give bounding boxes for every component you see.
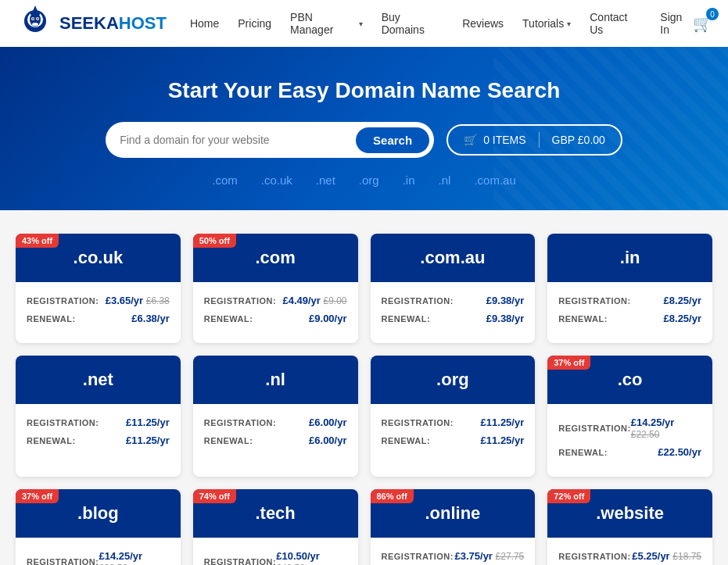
tld-org[interactable]: .org — [359, 173, 379, 187]
reg-old-price: £9.00 — [323, 295, 346, 306]
search-box: Search — [106, 122, 434, 158]
domain-card-nl[interactable]: .nl REGISTRATION: £6.00/yr RENEWAL: £6.0… — [193, 356, 358, 477]
renewal-row: RENEWAL: £8.25/yr — [558, 313, 701, 324]
nav-pricing[interactable]: Pricing — [238, 17, 271, 30]
renewal-label: RENEWAL: — [558, 314, 608, 324]
search-button[interactable]: Search — [356, 127, 429, 153]
domain-card-blog[interactable]: 37% off .blog REGISTRATION: £14.25/yr £2… — [16, 489, 181, 565]
navbar: SEEKAHOST Home Pricing PBN Manager ▾ Buy… — [0, 0, 728, 47]
renewal-row: RENEWAL: £9.00/yr — [204, 313, 347, 324]
nav-right: 🛒 0 — [693, 14, 712, 33]
registration-row: REGISTRATION: £10.50/yr £40.50 — [204, 550, 347, 565]
tld-comau[interactable]: .com.au — [474, 173, 515, 187]
search-row: Search 🛒 0 ITEMS GBP £0.00 — [16, 122, 712, 158]
reg-price: £11.25/yr — [126, 417, 170, 428]
registration-label: REGISTRATION: — [27, 418, 99, 427]
cart-divider — [539, 132, 540, 148]
registration-row: REGISTRATION: £14.25/yr £22.50 — [558, 417, 701, 440]
cart-price-label: GBP £0.00 — [552, 134, 605, 146]
nav-reviews[interactable]: Reviews — [462, 17, 504, 30]
renewal-price: £11.25/yr — [126, 434, 170, 446]
nav-cart[interactable]: 🛒 0 — [693, 14, 712, 33]
nav-home[interactable]: Home — [190, 17, 219, 30]
domain-card-tech[interactable]: 74% off .tech REGISTRATION: £10.50/yr £4… — [193, 489, 358, 565]
domain-card-co.uk[interactable]: 43% off .co.uk REGISTRATION: £3.65/yr £6… — [16, 234, 181, 343]
reg-old-price: £18.75 — [672, 551, 701, 562]
renewal-row: RENEWAL: £9.38/yr — [382, 313, 525, 324]
tutorials-dropdown-icon: ▾ — [567, 20, 571, 28]
reg-price: £10.50/yr £40.50 — [276, 550, 346, 565]
domain-card-com.au[interactable]: .com.au REGISTRATION: £9.38/yr RENEWAL: … — [371, 234, 536, 343]
tld-nl[interactable]: .nl — [439, 173, 451, 187]
reg-price: £3.75/yr £27.75 — [455, 550, 525, 562]
nav-pbn-manager[interactable]: PBN Manager ▾ — [290, 11, 363, 36]
registration-row: REGISTRATION: £3.65/yr £6.38 — [27, 295, 170, 306]
registration-label: REGISTRATION: — [204, 557, 276, 565]
discount-badge: 37% off — [547, 356, 590, 370]
discount-badge: 43% off — [16, 234, 59, 248]
reg-old-price: £27.75 — [496, 551, 525, 562]
registration-label: REGISTRATION: — [558, 552, 630, 561]
registration-label: REGISTRATION: — [27, 557, 99, 565]
tld-in[interactable]: .in — [403, 173, 415, 187]
renewal-price: £9.38/yr — [486, 313, 524, 324]
renewal-row: RENEWAL: £11.25/yr — [27, 434, 170, 446]
card-body: REGISTRATION: £4.49/yr £9.00 RENEWAL: £9… — [193, 282, 358, 343]
registration-row: REGISTRATION: £5.25/yr £18.75 — [558, 550, 701, 562]
card-tld-header: .in — [547, 234, 712, 282]
discount-badge: 50% off — [193, 234, 236, 248]
domain-card-org[interactable]: .org REGISTRATION: £11.25/yr RENEWAL: £1… — [371, 356, 536, 477]
tld-bar: .com .co.uk .net .org .in .nl .com.au — [16, 173, 712, 187]
card-body: REGISTRATION: £14.25/yr £22.50 RENEWAL: … — [547, 404, 712, 477]
hero-title: Start Your Easy Domain Name Search — [16, 78, 712, 103]
logo-text: SEEKAHOST — [59, 13, 167, 33]
search-input[interactable] — [120, 134, 356, 146]
reg-price: £11.25/yr — [481, 417, 525, 428]
domain-card-website[interactable]: 72% off .website REGISTRATION: £5.25/yr … — [547, 489, 712, 565]
registration-label: REGISTRATION: — [382, 296, 454, 306]
discount-badge: 74% off — [193, 489, 236, 503]
domain-cards-section: 43% off .co.uk REGISTRATION: £3.65/yr £6… — [0, 210, 728, 565]
cart-summary-button[interactable]: 🛒 0 ITEMS GBP £0.00 — [446, 124, 622, 156]
logo[interactable]: SEEKAHOST — [16, 4, 167, 43]
cart-count-badge: 0 — [706, 8, 719, 20]
nav-signin[interactable]: Sign In — [660, 11, 693, 36]
renewal-price: £9.00/yr — [309, 313, 346, 324]
card-body: REGISTRATION: £3.65/yr £6.38 RENEWAL: £6… — [16, 282, 181, 343]
tld-com[interactable]: .com — [212, 173, 238, 187]
card-body: REGISTRATION: £6.00/yr RENEWAL: £6.00/yr — [193, 404, 358, 465]
domain-card-net[interactable]: .net REGISTRATION: £11.25/yr RENEWAL: £1… — [16, 356, 181, 477]
renewal-row: RENEWAL: £11.25/yr — [382, 434, 525, 446]
tld-net[interactable]: .net — [316, 173, 335, 187]
domain-card-co[interactable]: 37% off .co REGISTRATION: £14.25/yr £22.… — [547, 356, 712, 477]
hero-section: Start Your Easy Domain Name Search Searc… — [0, 47, 728, 210]
nav-buy-domains[interactable]: Buy Domains — [382, 11, 444, 36]
cart-items-label: 0 ITEMS — [483, 134, 525, 146]
renewal-label: RENEWAL: — [204, 436, 253, 445]
tld-couk[interactable]: .co.uk — [261, 173, 292, 187]
card-body: REGISTRATION: £11.25/yr RENEWAL: £11.25/… — [371, 404, 536, 465]
card-body: REGISTRATION: £11.25/yr RENEWAL: £11.25/… — [16, 404, 181, 465]
nav-contact[interactable]: Contact Us — [590, 11, 641, 36]
card-body: REGISTRATION: £3.75/yr £27.75 RENEWAL: £… — [371, 538, 536, 565]
renewal-price: £8.25/yr — [664, 313, 701, 324]
svg-point-7 — [32, 18, 34, 20]
domain-card-in[interactable]: .in REGISTRATION: £8.25/yr RENEWAL: £8.2… — [547, 234, 712, 343]
registration-row: REGISTRATION: £11.25/yr — [382, 417, 525, 428]
domain-card-online[interactable]: 86% off .online REGISTRATION: £3.75/yr £… — [371, 489, 536, 565]
registration-label: REGISTRATION: — [27, 296, 99, 306]
card-tld-header: .net — [16, 356, 181, 404]
nav-links: Home Pricing PBN Manager ▾ Buy Domains R… — [190, 11, 693, 36]
renewal-label: RENEWAL: — [558, 448, 608, 457]
domain-card-com[interactable]: 50% off .com REGISTRATION: £4.49/yr £9.0… — [193, 234, 358, 343]
card-body: REGISTRATION: £10.50/yr £40.50 RENEWAL: … — [193, 538, 358, 565]
reg-price: £9.38/yr — [486, 295, 524, 306]
card-body: REGISTRATION: £14.25/yr £22.50 RENEWAL: … — [16, 538, 181, 565]
nav-tutorials[interactable]: Tutorials ▾ — [522, 17, 571, 30]
reg-old-price: £6.38 — [146, 295, 170, 306]
renewal-row: RENEWAL: £22.50/yr — [558, 446, 701, 458]
reg-price: £14.25/yr £22.50 — [631, 417, 701, 440]
cards-grid: 43% off .co.uk REGISTRATION: £3.65/yr £6… — [16, 234, 712, 565]
registration-row: REGISTRATION: £11.25/yr — [27, 417, 170, 428]
reg-old-price: £22.50 — [631, 429, 660, 440]
